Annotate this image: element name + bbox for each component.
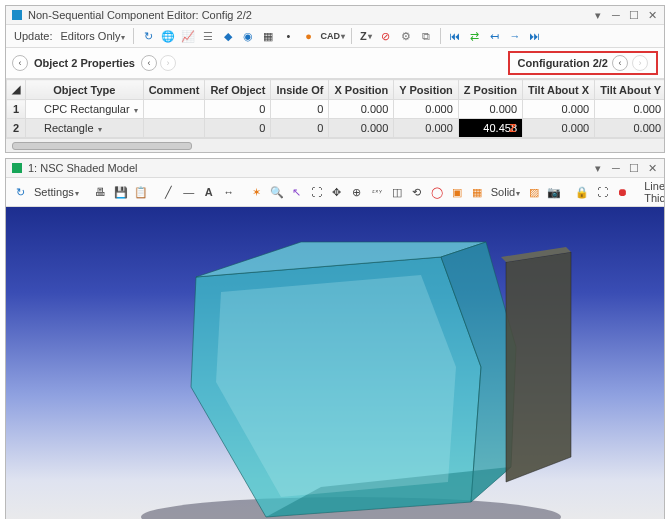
expand-icon[interactable]: ⛶ [594, 183, 610, 201]
maximize-icon[interactable]: ☐ [628, 162, 640, 174]
cell-x[interactable]: 0.000 [329, 100, 394, 119]
cell-inside[interactable]: 0 [271, 100, 329, 119]
table-row[interactable]: 1 CPC Rectangular ▾ 0 0 0.000 0.000 0.00… [7, 100, 665, 119]
cell-z[interactable]: 0.000 [458, 100, 522, 119]
cell-object-type[interactable]: Rectangle ▾ [26, 119, 144, 138]
render-mode-dropdown[interactable]: Solid▾ [489, 186, 522, 198]
col-object-type[interactable]: Object Type [26, 80, 144, 100]
cube-icon[interactable]: ◉ [240, 27, 256, 45]
magnify-icon[interactable]: ⊕ [349, 183, 365, 201]
corner-cell[interactable]: ◢ [7, 80, 26, 100]
no-entry-icon[interactable]: ⊘ [378, 27, 394, 45]
col-tilt-x[interactable]: Tilt About X [523, 80, 595, 100]
fit-icon[interactable]: ⛶ [309, 183, 325, 201]
col-comment[interactable]: Comment [143, 80, 205, 100]
go-last-icon[interactable]: ⏭ [527, 27, 543, 45]
row-number[interactable]: 1 [7, 100, 26, 119]
cell-object-type[interactable]: CPC Rectangular ▾ [26, 100, 144, 119]
hex-icon[interactable]: ◆ [220, 27, 236, 45]
print-icon[interactable]: 🖶 [93, 183, 109, 201]
cursor-icon[interactable]: ↖ [289, 183, 305, 201]
row-number[interactable]: 2 [7, 119, 26, 138]
cell-inside[interactable]: 0 [271, 119, 329, 138]
zoom-icon[interactable]: 🔍 [269, 183, 285, 201]
col-inside-of[interactable]: Inside Of [271, 80, 329, 100]
maximize-icon[interactable]: ☐ [628, 9, 640, 21]
object-cpc [191, 242, 516, 517]
record-icon[interactable]: ⏺ [614, 183, 630, 201]
col-y-position[interactable]: Y Position [394, 80, 459, 100]
world-icon[interactable]: 🌐 [160, 27, 176, 45]
object-label: Object 2 Properties [34, 57, 135, 69]
dot-icon[interactable]: • [280, 27, 296, 45]
save-icon[interactable]: 💾 [113, 183, 129, 201]
table-row[interactable]: 2 Rectangle ▾ 0 0 0.000 0.000 40.458Z 0.… [7, 119, 665, 138]
config-prev-button[interactable]: ‹ [612, 55, 628, 71]
settings-dropdown[interactable]: Settings▾ [32, 186, 81, 198]
refresh-icon[interactable]: ↻ [12, 183, 28, 201]
pin-icon[interactable]: ▾ [592, 9, 604, 21]
step-left-icon[interactable]: ↤ [487, 27, 503, 45]
cell-tx[interactable]: 0.000 [523, 119, 595, 138]
line-icon[interactable]: ╱ [161, 183, 177, 201]
col-x-position[interactable]: X Position [329, 80, 394, 100]
horizontal-scrollbar[interactable] [6, 138, 664, 152]
chart-icon[interactable]: 📈 [180, 27, 196, 45]
shaded-icon[interactable]: ▦ [469, 183, 485, 201]
text-tool-icon[interactable]: A [201, 183, 217, 201]
cell-tx[interactable]: 0.000 [523, 100, 595, 119]
lock-icon[interactable]: 🔒 [574, 183, 590, 201]
grid-settings-icon[interactable]: ☰ [200, 27, 216, 45]
cell-z-selected[interactable]: 40.458Z [458, 119, 522, 138]
compass-icon[interactable]: ✶ [249, 183, 265, 201]
camera-icon[interactable]: 📷 [546, 183, 562, 201]
editor-icon [12, 10, 22, 20]
clipboard-icon[interactable]: 📋 [133, 183, 149, 201]
box3d-icon[interactable]: ▣ [449, 183, 465, 201]
rotate-icon[interactable]: ⟲ [409, 183, 425, 201]
pin-icon[interactable]: ▾ [592, 162, 604, 174]
cell-comment[interactable] [143, 100, 205, 119]
col-tilt-y[interactable]: Tilt About Y [595, 80, 664, 100]
arrow-right-icon[interactable]: → [507, 27, 523, 45]
properties-next-button[interactable]: › [160, 55, 176, 71]
update-mode-dropdown[interactable]: Editors Only▾ [59, 30, 128, 42]
config-next-button[interactable]: › [632, 55, 648, 71]
viewport-3d[interactable] [6, 207, 664, 519]
cell-ty[interactable]: 0.000 [595, 119, 664, 138]
gear-icon[interactable]: ⚙ [398, 27, 414, 45]
object-prev-button[interactable]: ‹ [12, 55, 28, 71]
target-icon[interactable]: ✥ [329, 183, 345, 201]
cell-y[interactable]: 0.000 [394, 119, 459, 138]
orb-icon[interactable]: ● [300, 27, 316, 45]
go-first-icon[interactable]: ⏮ [447, 27, 463, 45]
cell-ref[interactable]: 0 [205, 119, 271, 138]
dash-icon[interactable]: — [181, 183, 197, 201]
grid-icon[interactable]: ▦ [260, 27, 276, 45]
col-z-position[interactable]: Z Position [458, 80, 522, 100]
cell-ref[interactable]: 0 [205, 100, 271, 119]
minimize-icon[interactable]: ─ [610, 9, 622, 21]
red-circle-icon[interactable]: ◯ [429, 183, 445, 201]
properties-prev-button[interactable]: ‹ [141, 55, 157, 71]
rotate-xyz-icon[interactable]: ᶻˣʸ [369, 183, 385, 201]
viewer-title: 1: NSC Shaded Model [28, 162, 592, 174]
cell-comment[interactable] [143, 119, 205, 138]
configuration-selector: Configuration 2/2 ‹ › [508, 51, 658, 75]
copy-icon[interactable]: ⧉ [418, 27, 434, 45]
cell-ty[interactable]: 0.000 [595, 100, 664, 119]
cell-x[interactable]: 0.000 [329, 119, 394, 138]
swap-icon[interactable]: ⇄ [467, 27, 483, 45]
cell-y[interactable]: 0.000 [394, 100, 459, 119]
material-icon[interactable]: ▨ [526, 183, 542, 201]
line-thickness-dropdown[interactable]: Line Thickness▾ [642, 180, 664, 204]
cad-dropdown[interactable]: CAD▾ [320, 27, 345, 45]
perspective-icon[interactable]: ◫ [389, 183, 405, 201]
double-arrow-icon[interactable]: ↔ [221, 183, 237, 201]
close-icon[interactable]: ✕ [646, 9, 658, 21]
refresh-icon[interactable]: ↻ [140, 27, 156, 45]
minimize-icon[interactable]: ─ [610, 162, 622, 174]
z-dropdown[interactable]: Z▾ [358, 27, 374, 45]
close-icon[interactable]: ✕ [646, 162, 658, 174]
col-ref-object[interactable]: Ref Object [205, 80, 271, 100]
